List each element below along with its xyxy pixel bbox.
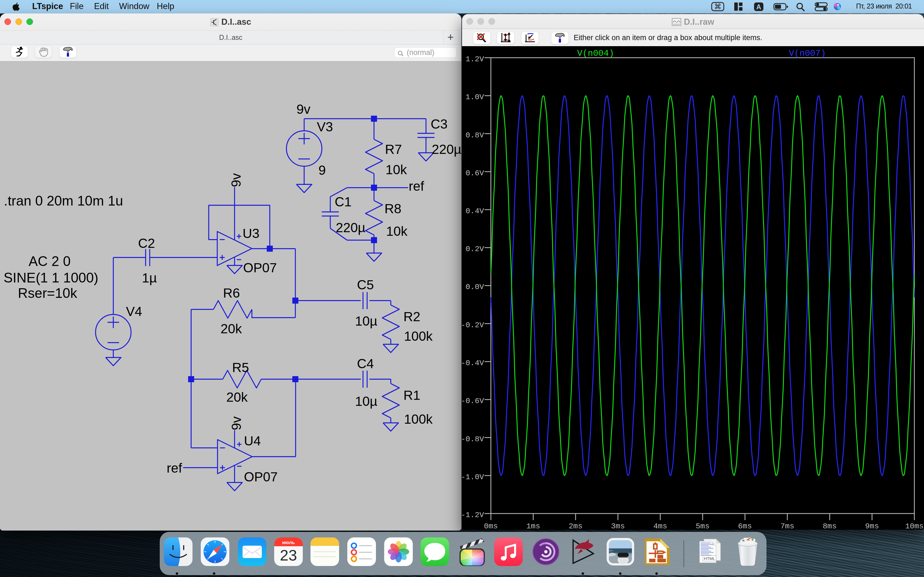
svg-text:OP07: OP07	[244, 469, 278, 484]
svg-text:9v: 9v	[229, 416, 244, 430]
svg-text:7ms: 7ms	[780, 522, 794, 530]
svg-text:9v: 9v	[296, 102, 310, 116]
svg-text:23: 23	[280, 546, 297, 564]
svg-text:июль: июль	[282, 540, 295, 545]
svg-text:R2: R2	[404, 309, 420, 324]
svg-text:100k: 100k	[404, 412, 433, 426]
svg-text:V(n007): V(n007)	[789, 48, 826, 58]
svg-text:1ms: 1ms	[527, 522, 540, 530]
svg-text:0.2V: 0.2V	[465, 245, 484, 253]
svg-text:Rser=10k: Rser=10k	[18, 285, 77, 301]
svg-text:20k: 20k	[226, 390, 248, 405]
svg-text:V3: V3	[317, 119, 333, 134]
svg-text:9ms: 9ms	[865, 522, 879, 530]
svg-text:10k: 10k	[386, 163, 407, 177]
svg-text:100k: 100k	[404, 329, 433, 343]
svg-text:C5: C5	[357, 277, 374, 292]
svg-text:0.6V: 0.6V	[465, 169, 484, 177]
svg-text:ref: ref	[166, 461, 183, 475]
svg-text:R5: R5	[232, 360, 249, 375]
svg-text:4ms: 4ms	[653, 522, 667, 530]
svg-text:5ms: 5ms	[696, 522, 709, 530]
svg-text:10µ: 10µ	[355, 394, 377, 409]
svg-text:OP07: OP07	[243, 261, 277, 275]
svg-text:3ms: 3ms	[611, 522, 625, 530]
svg-text:V(n004): V(n004)	[577, 48, 614, 58]
svg-text:C2: C2	[138, 236, 155, 251]
svg-text:9: 9	[318, 163, 326, 177]
svg-text:R1: R1	[404, 388, 420, 403]
svg-text:-0.8V: -0.8V	[462, 435, 484, 443]
svg-text:SINE(1 1 1000): SINE(1 1 1000)	[3, 270, 99, 285]
svg-text:A: A	[756, 3, 761, 11]
svg-text:10k: 10k	[386, 224, 407, 239]
svg-text:V4: V4	[126, 304, 142, 319]
svg-text:-0.6V: -0.6V	[462, 397, 484, 405]
svg-text:R8: R8	[384, 201, 401, 216]
svg-text:0.8V: 0.8V	[465, 131, 484, 140]
svg-text:C4: C4	[357, 356, 374, 371]
svg-text:.tran 0 20m 10m 1u: .tran 0 20m 10m 1u	[4, 193, 123, 208]
svg-text:0ms: 0ms	[484, 522, 498, 530]
svg-text:0.0V: 0.0V	[465, 283, 484, 291]
svg-text:1µ: 1µ	[142, 271, 157, 285]
svg-text:-1.0V: -1.0V	[462, 473, 484, 481]
svg-text:R7: R7	[385, 142, 402, 156]
svg-text:0.4V: 0.4V	[465, 207, 484, 215]
svg-text:U3: U3	[242, 226, 259, 241]
svg-text:8ms: 8ms	[823, 522, 837, 530]
svg-text:6ms: 6ms	[738, 522, 752, 530]
svg-text:⌘: ⌘	[714, 2, 721, 11]
svg-text:10µ: 10µ	[355, 314, 377, 328]
svg-text:1.2V: 1.2V	[465, 55, 484, 63]
svg-text:2ms: 2ms	[569, 522, 582, 530]
svg-text:U4: U4	[244, 434, 261, 448]
svg-text:1.0V: 1.0V	[465, 93, 484, 102]
svg-text:HTML: HTML	[704, 556, 715, 561]
svg-text:220µ: 220µ	[336, 220, 365, 235]
svg-text:220µ: 220µ	[432, 142, 462, 156]
svg-text:C1: C1	[335, 195, 351, 209]
svg-text:10ms: 10ms	[905, 522, 924, 530]
svg-text:-1.2V: -1.2V	[462, 511, 484, 519]
svg-text:20k: 20k	[221, 321, 242, 336]
svg-text:9v: 9v	[229, 173, 243, 187]
svg-text:-0.2V: -0.2V	[462, 321, 484, 329]
svg-text:AC 2 0: AC 2 0	[29, 254, 71, 269]
svg-text:R6: R6	[223, 286, 240, 300]
svg-text:-0.4V: -0.4V	[462, 359, 484, 367]
svg-text:ref: ref	[409, 179, 424, 193]
svg-text:C3: C3	[431, 117, 447, 131]
